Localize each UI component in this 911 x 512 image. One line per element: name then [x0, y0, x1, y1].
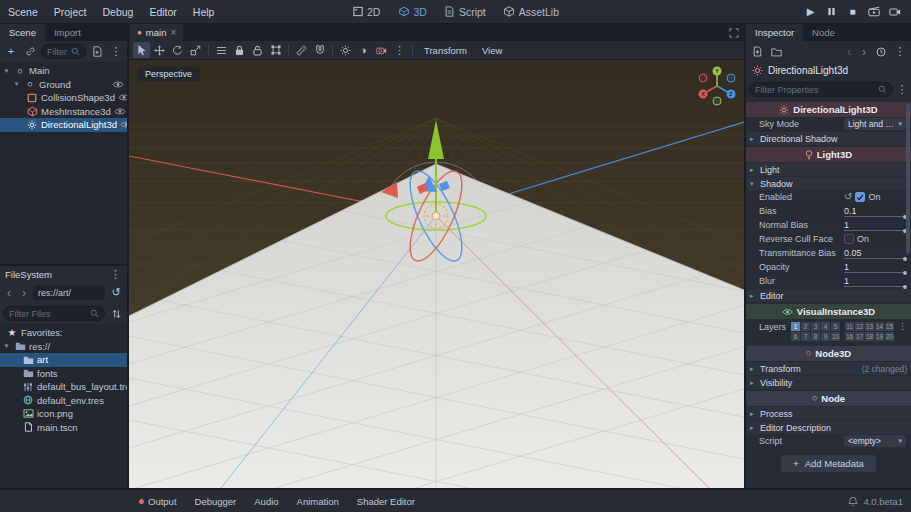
tree-node-collisionshape3d[interactable]: CollisionShape3d: [0, 91, 127, 105]
bias-slider[interactable]: 0.1: [844, 205, 906, 217]
category-visual-instance3d[interactable]: VisualInstance3D: [746, 304, 911, 319]
viewport-canvas[interactable]: Y X Z: [129, 60, 744, 488]
opacity-slider[interactable]: 1: [844, 261, 906, 273]
folder-item-art[interactable]: art: [0, 353, 127, 367]
sky-mode-dropdown[interactable]: Light and Sky▾: [844, 118, 906, 130]
tree-node-directionallight3d[interactable]: DirectionalLight3d: [0, 118, 127, 132]
layer-cell[interactable]: 7: [801, 332, 810, 341]
collapse-arrow-icon[interactable]: ▾: [2, 67, 11, 75]
file-item-bus-layout[interactable]: default_bus_layout.tres: [0, 380, 127, 394]
history-back-button[interactable]: ‹: [843, 44, 855, 60]
menu-debug[interactable]: Debug: [94, 0, 141, 23]
category-light3d[interactable]: Light3D: [746, 147, 911, 162]
add-metadata-button[interactable]: + Add Metadata: [781, 455, 876, 472]
layer-cell[interactable]: 8: [811, 332, 820, 341]
group-visibility[interactable]: ▸Visibility: [746, 376, 911, 389]
projection-button[interactable]: Perspective: [137, 67, 200, 81]
enabled-checkbox[interactable]: [855, 192, 865, 202]
object-options-button[interactable]: ⋮: [892, 44, 908, 60]
stop-button[interactable]: ■: [844, 3, 861, 20]
animation-tab[interactable]: Animation: [288, 496, 348, 507]
layer-cell[interactable]: 10: [831, 332, 840, 341]
history-list-button[interactable]: [873, 44, 889, 60]
nav-back-button[interactable]: ‹: [3, 285, 15, 301]
layer-cell[interactable]: 12: [855, 322, 864, 331]
instance-scene-button[interactable]: [22, 44, 38, 60]
workspace-3d-button[interactable]: 3D: [389, 0, 435, 23]
filter-files-search[interactable]: [3, 306, 105, 321]
rotate-tool-button[interactable]: [169, 42, 186, 58]
workspace-2d-button[interactable]: 2D: [343, 0, 389, 23]
attach-script-button[interactable]: [89, 44, 105, 60]
shader-editor-tab[interactable]: Shader Editor: [348, 496, 424, 507]
group-transform[interactable]: ▸Transform(2 changed): [746, 362, 911, 375]
layer-cell[interactable]: 15: [885, 322, 894, 331]
group-button[interactable]: [267, 42, 284, 58]
output-tab[interactable]: Output: [130, 496, 186, 507]
workspace-script-button[interactable]: Script: [436, 0, 495, 23]
layer-cell[interactable]: 18: [865, 332, 874, 341]
visibility-eye-icon[interactable]: [118, 93, 127, 102]
normal-bias-slider[interactable]: 1: [844, 219, 906, 231]
visibility-eye-icon[interactable]: [114, 107, 126, 116]
layers-options-icon[interactable]: ⋮: [898, 322, 907, 331]
move-tool-button[interactable]: [151, 42, 168, 58]
snap-button[interactable]: [311, 42, 328, 58]
tree-node-ground[interactable]: ▾ ○ Ground: [0, 78, 127, 92]
file-item-icon-png[interactable]: icon.png: [0, 407, 127, 421]
group-shadow[interactable]: ▾Shadow: [746, 177, 911, 190]
viewport-3d[interactable]: Y X Z Perspective: [129, 60, 744, 488]
play-scene-button[interactable]: [865, 3, 882, 20]
root-folder-item[interactable]: ▾ res://: [0, 340, 127, 354]
layer-cell[interactable]: 19: [875, 332, 884, 341]
view-menu[interactable]: View: [475, 45, 509, 56]
layer-cell[interactable]: 3: [811, 322, 820, 331]
tree-node-meshinstance3d[interactable]: MeshInstance3d: [0, 105, 127, 119]
tab-import[interactable]: Import: [45, 24, 90, 41]
layer-cell[interactable]: 5: [831, 322, 840, 331]
file-item-default-env[interactable]: default_env.tres: [0, 394, 127, 408]
axis-neg-y-ball[interactable]: [713, 97, 721, 105]
movie-maker-button[interactable]: [886, 3, 903, 20]
axis-neg-x-ball[interactable]: [699, 74, 707, 82]
lock-button[interactable]: [231, 42, 248, 58]
category-node3d[interactable]: ○ Node3D: [746, 346, 911, 361]
sort-files-icon[interactable]: [108, 306, 124, 322]
blur-slider[interactable]: 1: [844, 275, 906, 287]
layer-cell[interactable]: 16: [845, 332, 854, 341]
scene-dock-options-button[interactable]: ⋮: [108, 44, 124, 60]
collapse-arrow-icon[interactable]: ▾: [12, 80, 21, 88]
layer-cell[interactable]: 2: [801, 322, 810, 331]
tree-node-main[interactable]: ▾ ○ Main: [0, 64, 127, 78]
layer-cell[interactable]: 6: [791, 332, 800, 341]
inspector-extra-options-icon[interactable]: ⋮: [896, 82, 908, 98]
file-item-main-tscn[interactable]: main.tscn: [0, 421, 127, 435]
close-tab-icon[interactable]: ×: [170, 27, 176, 38]
collapse-arrow-icon[interactable]: ▾: [2, 342, 11, 350]
revert-icon[interactable]: ↺: [844, 192, 852, 202]
filter-node-input[interactable]: [47, 47, 68, 57]
transform-menu[interactable]: Transform: [417, 45, 474, 56]
version-info[interactable]: 4.0.beta1: [848, 496, 911, 507]
current-path[interactable]: res://art/: [33, 285, 105, 300]
history-forward-button[interactable]: ›: [858, 44, 870, 60]
reverse-cull-checkbox[interactable]: [844, 234, 854, 244]
debugger-tab[interactable]: Debugger: [186, 496, 246, 507]
tab-node[interactable]: Node: [803, 24, 844, 41]
layer-cell[interactable]: 14: [875, 322, 884, 331]
play-button[interactable]: ▶: [802, 3, 819, 20]
dock-options-icon[interactable]: ⋮: [109, 266, 122, 282]
filter-properties-input[interactable]: [755, 85, 875, 95]
filter-files-input[interactable]: [9, 309, 87, 319]
workspace-assetlib-button[interactable]: AssetLib: [495, 0, 568, 23]
load-resource-button[interactable]: [768, 44, 784, 60]
menu-help[interactable]: Help: [185, 0, 223, 23]
folder-item-fonts[interactable]: fonts: [0, 367, 127, 381]
distraction-free-icon[interactable]: [729, 28, 739, 38]
favorites-item[interactable]: ★ Favorites:: [0, 326, 127, 340]
nav-forward-button[interactable]: ›: [18, 285, 30, 301]
selection-list-button[interactable]: [213, 42, 230, 58]
script-dropdown[interactable]: <empty>▾: [844, 435, 906, 447]
unlock-button[interactable]: [249, 42, 266, 58]
menu-project[interactable]: Project: [46, 0, 95, 23]
